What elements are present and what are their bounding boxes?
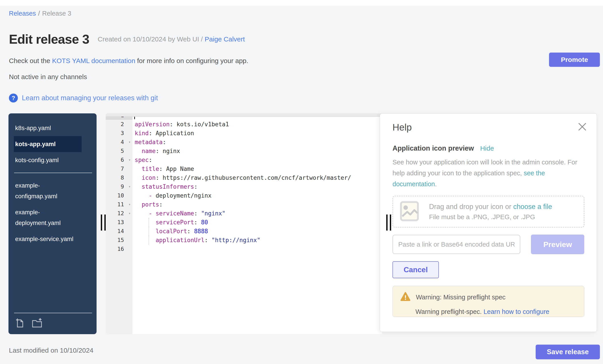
code-line[interactable]: ---: [132, 117, 382, 120]
code-line[interactable]: spec:: [132, 155, 382, 165]
close-icon[interactable]: [577, 122, 587, 132]
fold-chevron-icon[interactable]: ▾: [128, 138, 131, 147]
editor-resize-handle[interactable]: [101, 215, 108, 231]
text-cursor: [134, 117, 135, 119]
sidebar-file-item[interactable]: k8s-app.yaml: [14, 120, 82, 136]
line-number: 11▾: [106, 200, 132, 209]
created-info: Created on 10/10/2024 by Web UI / Paige …: [98, 35, 245, 43]
title-row: Edit release 3Created on 10/10/2024 by W…: [9, 32, 245, 46]
fold-chevron-icon[interactable]: ▾: [128, 182, 131, 191]
git-releases-link[interactable]: Learn about managing your releases with …: [22, 94, 158, 102]
new-file-icon[interactable]: [14, 318, 25, 329]
dropzone-text-plain: Drag and drop your icon or: [429, 203, 513, 210]
fold-chevron-icon[interactable]: ▾: [128, 200, 131, 209]
breadcrumb: Releases/Release 3: [9, 10, 71, 17]
cancel-button[interactable]: Cancel: [393, 261, 439, 278]
save-release-button[interactable]: Save release: [536, 345, 600, 359]
line-number: 6▾: [106, 155, 132, 165]
help-desc-period: .: [435, 180, 437, 188]
code-line[interactable]: applicationUrl: "http://nginx": [132, 236, 382, 245]
fold-chevron-icon[interactable]: ▾: [128, 155, 131, 165]
kots-yaml-doc-link[interactable]: KOTS YAML documentation: [52, 57, 135, 64]
new-folder-icon[interactable]: [31, 318, 43, 329]
preview-button[interactable]: Preview: [531, 235, 584, 254]
line-number: 10: [106, 191, 132, 200]
help-desc-text: See how your application icon will look …: [393, 159, 577, 177]
help-resize-handle[interactable]: [386, 215, 394, 231]
help-panel: Help Application icon preview Hide See h…: [380, 113, 597, 332]
line-number: 7: [106, 165, 132, 173]
file-list-bottom: example-configmap.yamlexample-deployment…: [9, 177, 97, 247]
icon-url-input[interactable]: [393, 235, 520, 254]
hide-link[interactable]: Hide: [480, 144, 494, 152]
intro-text-before: Check out the: [9, 57, 52, 64]
sidebar-file-item[interactable]: example-configmap.yaml: [14, 177, 82, 204]
line-number: 9▾: [106, 182, 132, 191]
line-number: 5: [106, 147, 132, 155]
indent-guide: [149, 236, 149, 245]
editor-scrollbar-track[interactable]: [106, 113, 382, 117]
line-number: 13: [106, 218, 132, 227]
breadcrumb-releases-link[interactable]: Releases: [9, 10, 36, 17]
warning-triangle-icon: [400, 292, 411, 303]
help-description: See how your application icon will look …: [393, 157, 584, 189]
dropzone-text: Drag and drop your icon or choose a file: [429, 203, 552, 211]
choose-file-link[interactable]: choose a file: [513, 203, 552, 210]
intro-text-after: for more info on configuring your app.: [135, 57, 248, 64]
code-line[interactable]: [132, 245, 382, 254]
dropzone-hint: File must be a .PNG, .JPEG, or .JPG: [429, 213, 552, 221]
line-number: 16: [106, 245, 132, 254]
indent-guide: [149, 227, 149, 236]
promote-button[interactable]: Promote: [549, 53, 600, 67]
page-title: Edit release 3: [9, 32, 89, 46]
sidebar-file-item[interactable]: example-service.yaml: [14, 231, 82, 247]
code-line[interactable]: icon: https://raw.githubusercontent.com/…: [132, 173, 382, 182]
fold-chevron-icon[interactable]: ▾: [128, 209, 131, 218]
sidebar-bottom: [9, 308, 97, 334]
line-number: 4▾: [106, 138, 132, 147]
git-help-row: ? Learn about managing your releases wit…: [9, 94, 158, 102]
sidebar-divider: [14, 173, 92, 173]
warning-line2: Warning preflight-spec. Learn how to con…: [416, 308, 577, 315]
code-line[interactable]: kind: Application: [132, 129, 382, 138]
file-sidebar: k8s-app.yamlkots-app.yamlkots-config.yam…: [9, 113, 97, 334]
code-line[interactable]: localPort: 8888: [132, 227, 382, 236]
line-number: 15: [106, 236, 132, 245]
line-number: 12▾: [106, 209, 132, 218]
code-line[interactable]: ports:: [132, 200, 382, 209]
edit-release-page: Releases/Release 3 Edit release 3Created…: [0, 0, 603, 364]
icon-preview-title: Application icon preview: [393, 144, 474, 152]
help-title: Help: [393, 122, 584, 133]
code-line[interactable]: statusInformers:: [132, 182, 382, 191]
editor-code-area[interactable]: ---apiVersion: kots.io/v1beta1kind: Appl…: [132, 117, 382, 334]
breadcrumb-separator: /: [36, 10, 42, 17]
code-line[interactable]: metadata:: [132, 138, 382, 147]
sidebar-file-item[interactable]: kots-app.yaml: [14, 136, 82, 152]
line-number: 14: [106, 227, 132, 236]
intro-line: Check out the KOTS YAML documentation fo…: [9, 57, 248, 65]
file-list-top: k8s-app.yamlkots-app.yamlkots-config.yam…: [9, 113, 97, 168]
code-line[interactable]: name: nginx: [132, 147, 382, 155]
line-number: 2: [106, 120, 132, 129]
sidebar-file-item[interactable]: kots-config.yaml: [14, 152, 82, 168]
line-number: 3: [106, 129, 132, 138]
preflight-warning: Warning: Missing preflight spec Warning …: [393, 286, 584, 317]
created-text: Created on 10/10/2024 by Web UI /: [98, 35, 205, 43]
breadcrumb-current: Release 3: [42, 10, 71, 17]
indent-guide: [149, 218, 149, 227]
top-band: [0, 0, 603, 6]
code-line[interactable]: apiVersion: kots.io/v1beta1: [132, 120, 382, 129]
warning-line2-text: Warning preflight-spec.: [416, 308, 484, 315]
learn-configure-link[interactable]: Learn how to configure: [484, 308, 549, 315]
code-line[interactable]: - serviceName: "nginx": [132, 209, 382, 218]
channel-status: Not active in any channels: [9, 73, 87, 81]
code-line[interactable]: title: App Name: [132, 165, 382, 173]
yaml-editor[interactable]: 1234▾56▾789▾1011▾12▾13141516 ---apiVersi…: [106, 113, 382, 334]
image-placeholder-icon: [400, 200, 419, 223]
code-line[interactable]: - deployment/nginx: [132, 191, 382, 200]
editor-gutter: 1234▾56▾789▾1011▾12▾13141516: [106, 117, 132, 334]
created-author-link[interactable]: Paige Calvert: [205, 35, 245, 43]
sidebar-file-item[interactable]: example-deployment.yaml: [14, 204, 82, 231]
code-line[interactable]: servicePort: 80: [132, 218, 382, 227]
icon-dropzone[interactable]: Drag and drop your icon or choose a file…: [393, 196, 584, 227]
